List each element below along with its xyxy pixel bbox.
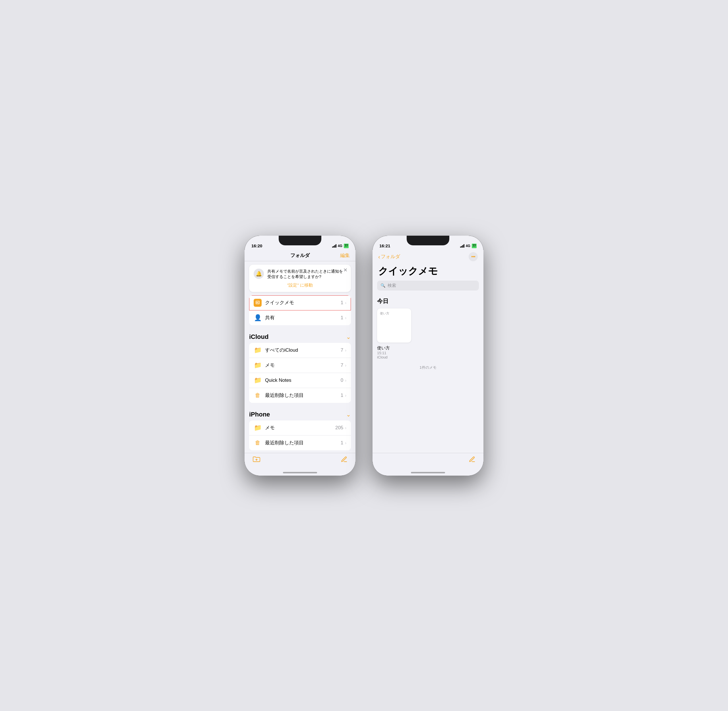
shared-label: 共有 bbox=[265, 314, 341, 321]
phone-1: 16:20 4G 77 フォルダ 編集 bbox=[245, 236, 356, 476]
notification-content: 🔔 共有メモで名前が言及されたときに通知を受信することを希望しますか? bbox=[254, 268, 346, 280]
page-title-2: クイックメモ bbox=[378, 266, 438, 276]
notification-text: 共有メモで名前が言及されたときに通知を受信することを希望しますか? bbox=[267, 268, 346, 280]
deleted-icloud-trash-icon: 🗑 bbox=[254, 391, 261, 400]
memo-icloud-label: メモ bbox=[265, 362, 341, 369]
quick-notes-item[interactable]: クイックメモ 1 › bbox=[249, 295, 351, 310]
notification-banner: 🔔 共有メモで名前が言及されたときに通知を受信することを希望しますか? ✕ "設… bbox=[249, 265, 351, 292]
all-icloud-item[interactable]: 📁 すべてのiCloud 7 › bbox=[249, 343, 351, 358]
memo-icloud-chevron: › bbox=[345, 363, 346, 367]
notes-grid: 使い方 使い方 15:11 iCloud bbox=[377, 308, 479, 359]
quick-notes-icon bbox=[254, 299, 261, 307]
back-label-2: フォルダ bbox=[381, 253, 400, 260]
app-content-2: ‹ フォルダ ••• クイックメモ 🔍 検索 bbox=[372, 250, 483, 476]
search-icon-2: 🔍 bbox=[381, 283, 385, 288]
scroll-content-1[interactable]: 🔔 共有メモで名前が言及されたときに通知を受信することを希望しますか? ✕ "設… bbox=[245, 261, 356, 464]
deleted-icloud-label: 最近削除した項目 bbox=[265, 392, 341, 398]
note-time-0: 15:11 bbox=[377, 351, 411, 355]
more-icon: ••• bbox=[471, 254, 475, 259]
notch-2 bbox=[407, 236, 449, 245]
quicknotes-icloud-label: Quick Notes bbox=[265, 378, 341, 383]
deleted-iphone-label: 最近削除した項目 bbox=[265, 440, 341, 446]
signal-icon-2 bbox=[460, 244, 464, 248]
memo-iphone-count: 205 bbox=[335, 425, 343, 431]
memo-iphone-folder-icon: 📁 bbox=[254, 424, 261, 432]
deleted-iphone-trash-icon: 🗑 bbox=[254, 439, 261, 447]
deleted-icloud-count: 1 bbox=[341, 392, 343, 398]
search-placeholder-2: 検索 bbox=[388, 283, 396, 288]
icloud-title: iCloud bbox=[249, 333, 269, 341]
quicknotes-icloud-chevron: › bbox=[345, 378, 346, 383]
status-time-2: 16:21 bbox=[380, 243, 390, 248]
svg-rect-0 bbox=[256, 301, 259, 304]
deleted-iphone-chevron: › bbox=[345, 441, 346, 445]
back-chevron-icon: ‹ bbox=[378, 254, 380, 260]
scroll-content-2[interactable]: 🔍 検索 今日 使い方 使い方 15:11 bbox=[372, 280, 483, 476]
nav-bar-2: ‹ フォルダ ••• bbox=[372, 250, 483, 264]
status-time-1: 16:20 bbox=[251, 243, 262, 248]
note-card-0: 使い方 bbox=[377, 308, 411, 342]
iphone-section-header[interactable]: iPhone ⌄ bbox=[245, 405, 356, 420]
memo-iphone-item[interactable]: 📁 メモ 205 › bbox=[249, 420, 351, 435]
large-title-area: クイックメモ bbox=[372, 264, 483, 280]
note-item-0[interactable]: 使い方 使い方 15:11 iCloud bbox=[377, 308, 411, 359]
shared-count: 1 bbox=[341, 315, 343, 321]
more-button-2[interactable]: ••• bbox=[469, 252, 478, 261]
memo-icloud-folder-icon: 📁 bbox=[254, 361, 261, 369]
deleted-iphone-count: 1 bbox=[341, 440, 343, 446]
memo-count-2: 1件のメモ bbox=[372, 361, 483, 373]
quick-notes-count: 1 bbox=[341, 300, 343, 305]
icloud-list: 📁 すべてのiCloud 7 › 📁 メモ 7 › bbox=[249, 343, 351, 403]
all-icloud-chevron: › bbox=[345, 348, 346, 353]
home-indicator-2 bbox=[411, 472, 445, 474]
all-icloud-count: 7 bbox=[341, 347, 343, 353]
phone-2: 16:21 4G 77 ‹ フォルダ bbox=[372, 236, 483, 476]
memo-icloud-count: 7 bbox=[341, 363, 343, 368]
deleted-icloud-item[interactable]: 🗑 最近削除した項目 1 › bbox=[249, 388, 351, 403]
notification-action-button[interactable]: "設定" に移動 bbox=[254, 283, 346, 288]
search-bar-2[interactable]: 🔍 検索 bbox=[377, 280, 479, 291]
screen-2: 16:21 4G 77 ‹ フォルダ bbox=[372, 236, 483, 476]
app-content-1: フォルダ 編集 🔔 共有メモで名前が言及されたときに通知を受信することを希望しま… bbox=[245, 250, 356, 476]
edit-button-1[interactable]: 編集 bbox=[337, 252, 350, 259]
all-icloud-label: すべてのiCloud bbox=[265, 347, 341, 353]
new-folder-button[interactable] bbox=[253, 456, 260, 465]
notch-1 bbox=[279, 236, 321, 245]
iphone-list: 📁 メモ 205 › 🗑 最近削除した項目 1 › bbox=[249, 420, 351, 450]
battery-icon-2: 77 bbox=[472, 243, 477, 248]
note-title-0: 使い方 bbox=[377, 345, 411, 351]
home-indicator-1 bbox=[283, 472, 317, 474]
today-section: 今日 使い方 使い方 15:11 iCloud bbox=[372, 293, 483, 361]
pinned-list: クイックメモ 1 › 👤 共有 1 › bbox=[249, 295, 351, 325]
new-note-button-1[interactable] bbox=[341, 456, 347, 465]
iphone-chevron-icon: ⌄ bbox=[346, 411, 351, 418]
all-icloud-folder-icon: 📁 bbox=[254, 346, 261, 354]
note-info-0: 使い方 15:11 iCloud bbox=[377, 345, 411, 359]
status-icons-2: 4G 77 bbox=[460, 243, 477, 248]
icloud-section-header[interactable]: iCloud ⌄ bbox=[245, 327, 356, 343]
signal-text-1: 4G bbox=[338, 244, 343, 248]
quicknotes-icloud-item[interactable]: 📁 Quick Notes 0 › bbox=[249, 373, 351, 388]
shared-item[interactable]: 👤 共有 1 › bbox=[249, 310, 351, 325]
status-icons-1: 4G 77 bbox=[332, 243, 348, 248]
shared-chevron: › bbox=[345, 316, 346, 320]
nav-title-1: フォルダ bbox=[263, 252, 337, 259]
quicknotes-icloud-count: 0 bbox=[341, 378, 343, 383]
note-source-0: iCloud bbox=[377, 355, 411, 359]
deleted-icloud-chevron: › bbox=[345, 393, 346, 398]
screen-1: 16:20 4G 77 フォルダ 編集 bbox=[245, 236, 356, 476]
deleted-iphone-item[interactable]: 🗑 最近削除した項目 1 › bbox=[249, 435, 351, 450]
signal-icon-1 bbox=[332, 244, 337, 248]
memo-icloud-item[interactable]: 📁 メモ 7 › bbox=[249, 358, 351, 373]
memo-iphone-label: メモ bbox=[265, 425, 335, 431]
signal-text-2: 4G bbox=[466, 244, 470, 248]
battery-icon-1: 77 bbox=[344, 243, 348, 248]
new-note-button-2[interactable] bbox=[469, 456, 475, 465]
person-icon: 👤 bbox=[254, 314, 261, 322]
back-button-2[interactable]: ‹ フォルダ bbox=[378, 253, 400, 260]
quicknotes-icloud-folder-icon: 📁 bbox=[254, 376, 261, 384]
memo-iphone-chevron: › bbox=[345, 426, 346, 430]
today-label: 今日 bbox=[377, 297, 479, 305]
quick-notes-chevron: › bbox=[345, 301, 346, 305]
notification-close-button[interactable]: ✕ bbox=[343, 267, 347, 273]
